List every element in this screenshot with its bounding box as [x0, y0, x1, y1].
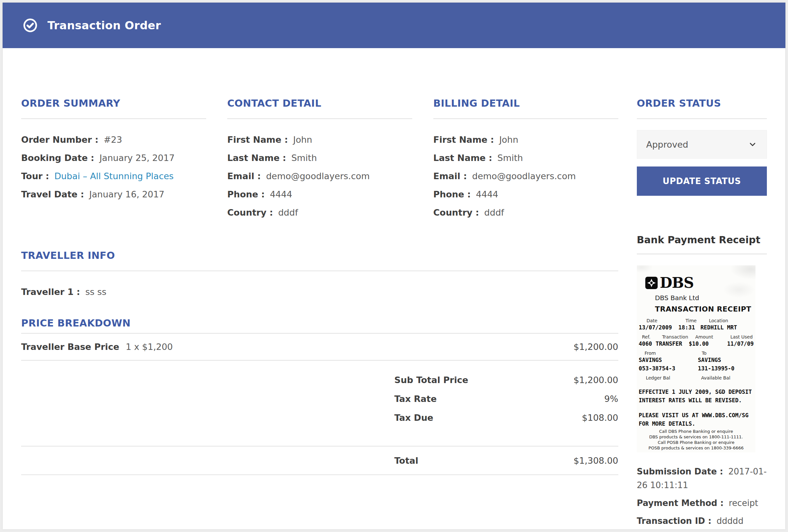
contact-email-field: Email :demo@goodlayers.com [227, 167, 412, 185]
check-circle-icon [23, 18, 38, 33]
update-status-button[interactable]: UPDATE STATUS [637, 166, 767, 196]
billing-email-field: Email :demo@goodlayers.com [433, 167, 618, 185]
receipt-bank-name: DBS Bank Ltd [655, 294, 699, 302]
billing-detail-title: BILLING DETAIL [433, 97, 618, 110]
receipt-date: 13/07/2009 [639, 324, 672, 331]
receipt-transaction-label: Transaction [662, 334, 688, 339]
receipt-last-used-label: Last Used [730, 334, 753, 339]
order-summary-title: ORDER SUMMARY [21, 97, 206, 110]
tour-link[interactable]: Dubai – All Stunning Places [54, 171, 174, 181]
price-breakdown-section: PRICE BREAKDOWN Traveller Base Price 1 x… [21, 317, 618, 475]
receipt-from-account: 053-38754-3 [639, 365, 675, 372]
divider [21, 271, 618, 271]
receipt-notice-visit: PLEASE VISIT US AT WWW.DBS.COM/SG FOR MO… [639, 411, 749, 428]
traveller-info-title: TRAVELLER INFO [21, 249, 618, 262]
dbs-logo-icon: DBS [645, 274, 694, 291]
traveller-info-section: TRAVELLER INFO Traveller 1 :ss ss [21, 249, 618, 301]
receipt-from-type: SAVINGS [639, 357, 662, 363]
divider [227, 118, 412, 119]
booking-date-field: Booking Date :January 25, 2017 [21, 149, 206, 167]
receipt-ledger-label: Ledger Bal [646, 375, 670, 380]
divider [637, 254, 767, 254]
page: Transaction Order ORDER SUMMARY Order Nu… [3, 3, 785, 529]
traveller-1-field: Traveller 1 :ss ss [21, 283, 618, 301]
subtotal-row: Sub Total Price $1,200.00 [394, 370, 618, 389]
submission-date-field: Submission Date :2017-01-26 10:11:11 [637, 465, 767, 492]
contact-first-name-field: First Name :John [227, 131, 412, 149]
receipt-to-label: To [702, 351, 707, 356]
receipt-date-label: Date [647, 318, 657, 323]
receipt-transaction: TRANSFER [656, 340, 682, 347]
order-number-field: Order Number :#23 [21, 131, 206, 149]
contact-phone-field: Phone :4444 [227, 185, 412, 203]
receipt-notice-rates: EFFECTIVE 1 JULY 2009, SGD DEPOSIT INTER… [639, 388, 752, 405]
payment-method-field: Payment Method :receipt [637, 496, 767, 510]
billing-first-name-field: First Name :John [433, 131, 618, 149]
bank-receipt-title: Bank Payment Receipt [637, 234, 767, 247]
receipt-to-account: 131-13995-0 [698, 365, 735, 372]
contact-country-field: Country :dddf [227, 203, 412, 222]
content: ORDER SUMMARY Order Number :#23 Booking … [3, 48, 785, 528]
receipt-doc-title: TRANSACTION RECEIPT [655, 305, 751, 313]
sidebar: ORDER STATUS Approved UPDATE STATUS Bank… [637, 48, 767, 528]
receipt-available-label: Available Bal [701, 375, 730, 380]
tax-due-row: Tax Due $108.00 [394, 408, 618, 427]
page-header: Transaction Order [3, 3, 785, 48]
tax-rate-row: Tax Rate 9% [394, 389, 618, 408]
order-status-select[interactable]: Approved [637, 130, 767, 159]
receipt-image[interactable]: DBS DBS Bank Ltd TRANSACTION RECEIPT Dat… [637, 265, 755, 452]
contact-detail-section: CONTACT DETAIL First Name :John Last Nam… [227, 97, 412, 222]
receipt-ref-label: Ref. [642, 334, 650, 339]
receipt-time: 18:31 [678, 324, 695, 331]
transaction-id-field: Transaction ID :ddddd [637, 514, 767, 528]
receipt-ref: 4060 [639, 340, 652, 347]
divider [637, 118, 767, 119]
billing-country-field: Country :dddf [433, 203, 618, 222]
receipt-amount-label: Amount [695, 334, 713, 339]
travel-date-field: Travel Date :January 16, 2017 [21, 185, 206, 203]
order-status-selected-value: Approved [646, 139, 689, 150]
receipt-location-label: Location [709, 318, 728, 323]
line-item-amount: $1,200.00 [573, 342, 618, 352]
divider [21, 118, 206, 119]
contact-last-name-field: Last Name :Smith [227, 149, 412, 167]
dbs-logo-text: DBS [660, 274, 694, 291]
payment-meta: Submission Date :2017-01-26 10:11:11 Pay… [637, 465, 767, 528]
tour-field: Tour :Dubai – All Stunning Places [21, 167, 206, 185]
price-summary: Sub Total Price $1,200.00 Tax Rate 9% Ta… [21, 361, 618, 447]
divider [433, 118, 618, 119]
main-panel: ORDER SUMMARY Order Number :#23 Booking … [21, 48, 618, 528]
total-row: Total $1,308.00 [21, 447, 618, 475]
receipt-to-type: SAVINGS [698, 357, 721, 363]
chevron-down-icon [748, 139, 757, 149]
page-title: Transaction Order [47, 19, 161, 32]
receipt-amount: $10.00 [689, 340, 709, 347]
receipt-footer: Call DBS Phone Banking or enquire DBS pr… [637, 429, 755, 451]
receipt-last-used: 11/07/09 [727, 340, 754, 347]
receipt-time-label: Time [686, 318, 697, 323]
order-status-title: ORDER STATUS [637, 97, 767, 110]
bank-receipt-section: Bank Payment Receipt DBS DBS Bank Ltd TR… [637, 234, 767, 528]
receipt-location: REDHILL MRT [701, 324, 737, 331]
order-summary-section: ORDER SUMMARY Order Number :#23 Booking … [21, 97, 206, 222]
price-breakdown-title: PRICE BREAKDOWN [21, 317, 618, 330]
billing-last-name-field: Last Name :Smith [433, 149, 618, 167]
billing-phone-field: Phone :4444 [433, 185, 618, 203]
receipt-from-label: From [645, 351, 656, 356]
contact-detail-title: CONTACT DETAIL [227, 97, 412, 110]
order-status-section: ORDER STATUS Approved UPDATE STATUS [637, 97, 767, 196]
billing-detail-section: BILLING DETAIL First Name :John Last Nam… [433, 97, 618, 222]
price-line-item: Traveller Base Price 1 x $1,200 $1,200.0… [21, 334, 618, 361]
